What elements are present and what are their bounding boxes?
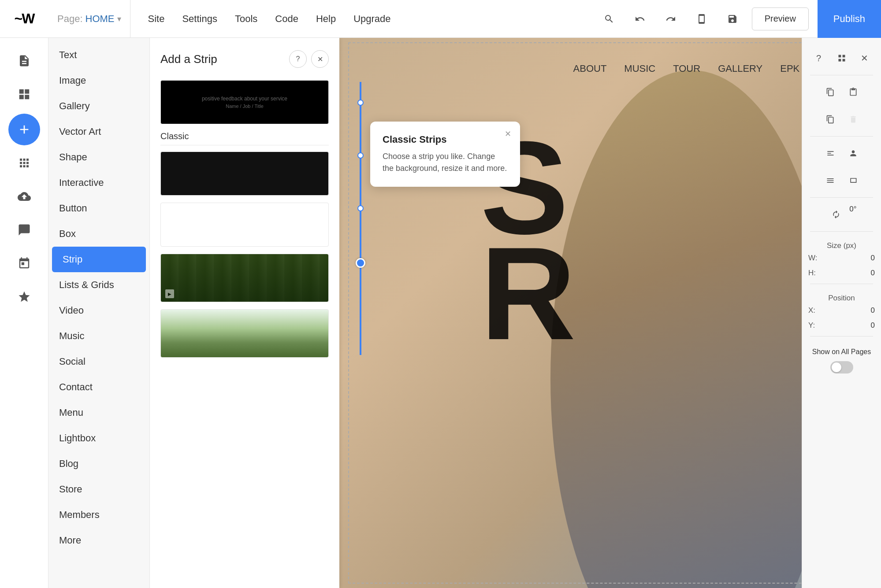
strip-item-2[interactable] — [160, 152, 329, 196]
connector — [360, 82, 361, 355]
position-label: Position — [828, 294, 855, 303]
menu-item-menu[interactable]: Menu — [48, 400, 149, 425]
width-value: 0 — [823, 254, 875, 263]
menu-item-vectorart[interactable]: Vector Art — [48, 119, 149, 144]
nav-music[interactable]: MUSIC — [624, 63, 655, 74]
show-all-toggle[interactable] — [830, 361, 853, 374]
search-button[interactable] — [598, 7, 621, 30]
rp-question-button[interactable]: ? — [809, 48, 829, 68]
calendar-icon-btn[interactable] — [8, 248, 40, 279]
rp-close-button[interactable]: ✕ — [855, 48, 874, 68]
show-on-all-pages-label: Show on All Pages — [806, 347, 877, 357]
rp-rotation-icon — [826, 205, 846, 224]
mobile-view-button[interactable] — [690, 7, 713, 30]
nav-upgrade[interactable]: Upgrade — [353, 13, 390, 25]
close-panel-button[interactable]: ✕ — [311, 50, 329, 68]
menu-item-members[interactable]: Members — [48, 502, 149, 528]
section-classic-label: Classic — [160, 131, 329, 145]
rp-divider-4 — [810, 231, 873, 232]
nav-code[interactable]: Code — [275, 13, 298, 25]
connector-dot-active — [356, 258, 365, 268]
menu-item-store[interactable]: Store — [48, 477, 149, 502]
rp-top-row-4 — [815, 140, 868, 166]
rp-paste-button[interactable] — [844, 82, 863, 102]
nav-tools[interactable]: Tools — [235, 13, 257, 25]
pages-icon-btn[interactable] — [8, 45, 40, 77]
width-label: W: — [808, 254, 821, 263]
canvas: SR ABOUT MUSIC TOUR GALLERY EPK CONTACT … — [339, 38, 881, 588]
y-label: Y: — [808, 321, 821, 330]
rp-top-row-2 — [815, 79, 868, 105]
strip-item-5[interactable] — [160, 309, 329, 358]
left-sidebar — [0, 38, 48, 588]
x-value: 0 — [823, 306, 875, 315]
add-strip-content: Add a Strip ? ✕ positive feedback about … — [150, 38, 339, 588]
nav-help[interactable]: Help — [316, 13, 336, 25]
menu-item-social[interactable]: Social — [48, 349, 149, 374]
rp-copy2-button[interactable] — [821, 110, 840, 129]
tooltip-title: Classic Strips — [383, 134, 508, 145]
menu-item-more[interactable]: More — [48, 528, 149, 553]
rp-divider-5 — [810, 284, 873, 284]
page-selector[interactable]: Page: HOME ▾ — [48, 0, 130, 37]
menu-item-strip[interactable]: Strip — [52, 247, 146, 272]
menu-item-music[interactable]: Music — [48, 323, 149, 349]
y-value: 0 — [823, 321, 875, 330]
strip-item-3[interactable] — [160, 203, 329, 247]
publish-button[interactable]: Publish — [818, 0, 881, 38]
nav-epk[interactable]: EPK — [780, 63, 799, 74]
menu-item-text[interactable]: Text — [48, 42, 149, 68]
save-button[interactable] — [721, 7, 744, 30]
page-label: Page: — [57, 13, 83, 25]
pen-icon-btn[interactable] — [8, 281, 40, 313]
menu-item-listsgrids[interactable]: Lists & Grids — [48, 272, 149, 298]
help-button[interactable]: ? — [289, 50, 307, 68]
strip-item-1[interactable]: positive feedback about your service Nam… — [160, 80, 329, 124]
redo-button[interactable] — [659, 7, 682, 30]
rp-divider-1 — [810, 75, 873, 75]
menu-item-blog[interactable]: Blog — [48, 451, 149, 477]
connector-dot-2 — [357, 152, 364, 159]
sections-icon-btn[interactable] — [8, 78, 40, 110]
x-row: X: 0 — [802, 303, 881, 318]
menu-item-box[interactable]: Box — [48, 221, 149, 247]
apps-icon-btn[interactable] — [8, 147, 40, 179]
rp-delete-button[interactable] — [844, 110, 863, 129]
nav-settings[interactable]: Settings — [182, 13, 217, 25]
toggle-knob — [832, 362, 841, 372]
nav-about[interactable]: ABOUT — [573, 63, 607, 74]
nav-tour[interactable]: TOUR — [673, 63, 700, 74]
nav-gallery[interactable]: GALLERY — [718, 63, 762, 74]
tooltip-body: Choose a strip you like. Change the back… — [383, 151, 508, 174]
rp-copy-button[interactable] — [821, 82, 840, 102]
add-strip-header: Add a Strip ? ✕ — [160, 50, 329, 68]
menu-item-video[interactable]: Video — [48, 298, 149, 323]
strip-item-4[interactable]: ▶ — [160, 254, 329, 302]
nav-site[interactable]: Site — [148, 13, 165, 25]
menu-item-interactive[interactable]: Interactive — [48, 170, 149, 196]
rp-grid-button[interactable] — [832, 48, 851, 68]
rotation-value: 0° — [849, 205, 856, 224]
rp-layout-button[interactable] — [844, 171, 863, 190]
menu-item-button[interactable]: Button — [48, 196, 149, 221]
classic-tooltip: ✕ Classic Strips Choose a strip you like… — [370, 122, 520, 187]
height-label: H: — [808, 269, 821, 277]
rp-arrange-button[interactable] — [821, 171, 840, 190]
tooltip-close-button[interactable]: ✕ — [502, 128, 514, 140]
rp-top-row-3 — [815, 106, 868, 133]
topbar: ~W Page: HOME ▾ Site Settings Tools Code… — [0, 0, 881, 38]
menu-item-contact[interactable]: Contact — [48, 374, 149, 400]
menu-item-shape[interactable]: Shape — [48, 144, 149, 170]
rp-align-button[interactable] — [821, 144, 840, 163]
rp-person-button[interactable] — [844, 144, 863, 163]
undo-button[interactable] — [628, 7, 651, 30]
hero-background: SR — [339, 38, 881, 588]
menu-item-lightbox[interactable]: Lightbox — [48, 425, 149, 451]
chat-icon-btn[interactable] — [8, 214, 40, 246]
preview-button[interactable]: Preview — [752, 7, 809, 30]
hero-figure — [537, 64, 846, 588]
upload-icon-btn[interactable] — [8, 181, 40, 212]
menu-item-gallery[interactable]: Gallery — [48, 93, 149, 119]
add-element-button[interactable] — [8, 114, 40, 145]
menu-item-image[interactable]: Image — [48, 68, 149, 93]
